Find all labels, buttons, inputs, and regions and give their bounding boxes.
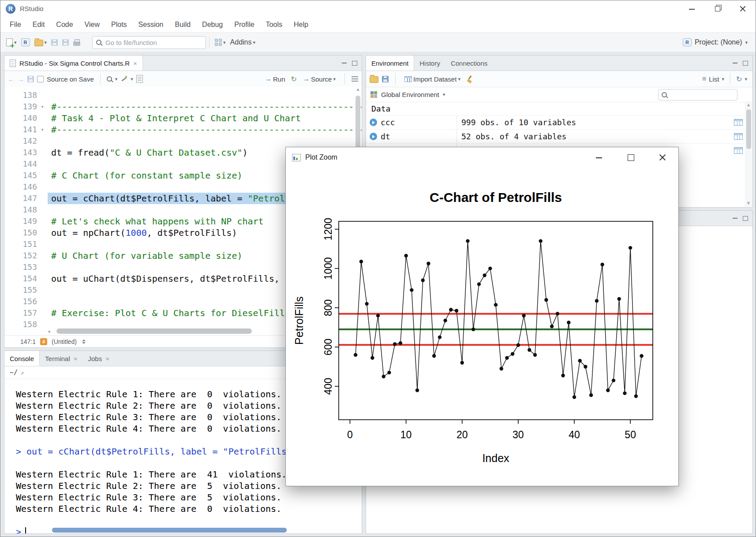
code-line-141[interactable]: 141▾#-----------------------------------… — [4, 124, 362, 135]
plot-zoom-minimize-button[interactable] — [583, 147, 615, 168]
code-line-138[interactable]: 138 — [4, 90, 362, 101]
expand-object-icon[interactable] — [370, 119, 377, 126]
document-title[interactable]: (Untitled) — [52, 338, 77, 345]
compile-report-icon[interactable] — [136, 75, 143, 83]
project-menu-button[interactable]: R Project: (None) ▾ — [683, 38, 752, 46]
print-icon — [73, 41, 80, 46]
console-tab-console[interactable]: Console — [4, 351, 40, 366]
new-project-button[interactable]: R — [19, 35, 32, 49]
goto-file-search[interactable] — [92, 36, 206, 49]
run-button[interactable]: → Run — [262, 72, 288, 86]
expand-object-icon[interactable] — [370, 133, 377, 140]
menu-plots[interactable]: Plots — [105, 17, 133, 32]
open-file-button[interactable]: ▾ — [32, 35, 49, 49]
tab-close-icon[interactable]: × — [105, 355, 109, 362]
print-button[interactable] — [71, 35, 82, 49]
console-tab-label: Terminal — [45, 355, 70, 362]
save-icon — [51, 39, 58, 46]
section-updown-icon[interactable] — [82, 339, 86, 344]
load-workspace-icon[interactable] — [370, 76, 378, 83]
view-data-icon[interactable] — [734, 147, 743, 154]
maximize-pane-icon[interactable] — [352, 61, 357, 66]
source-on-save-checkbox[interactable] — [37, 76, 44, 82]
console-hscrollbar-thumb[interactable] — [52, 528, 287, 533]
line-number: 150 — [4, 227, 37, 239]
clear-workspace-icon[interactable] — [466, 75, 473, 82]
environment-tab-connections[interactable]: Connections — [445, 56, 493, 71]
environment-tab-environment[interactable]: Environment — [366, 56, 414, 71]
scroll-up-icon[interactable]: ▲ — [745, 101, 752, 108]
minimize-pane-icon[interactable] — [733, 63, 737, 63]
save-workspace-icon[interactable] — [382, 76, 389, 82]
menu-edit[interactable]: Edit — [27, 17, 51, 32]
scroll-up-icon[interactable]: ▲ — [355, 87, 361, 92]
menu-view[interactable]: View — [79, 17, 105, 32]
fold-icon[interactable]: ▾ — [37, 101, 48, 112]
global-environment-label[interactable]: Global Environment — [381, 91, 439, 98]
hscrollbar-thumb[interactable] — [56, 328, 252, 334]
environment-tab-history[interactable]: History — [414, 56, 445, 71]
code-line-140[interactable]: 140# Task 4 - Plot & Interpret C Chart a… — [4, 112, 362, 124]
goto-file-input[interactable] — [105, 38, 202, 47]
svg-text:400: 400 — [322, 378, 334, 395]
source-tab[interactable]: RStudio - Six Sigma Control Charts.R × — [4, 56, 143, 71]
environment-row-ccc[interactable]: ccc999 obs. of 10 variables — [366, 115, 752, 129]
new-file-button[interactable]: ▾ — [4, 35, 19, 49]
menu-session[interactable]: Session — [133, 17, 169, 32]
minimize-pane-icon[interactable] — [733, 218, 737, 219]
find-replace-icon[interactable] — [107, 76, 112, 82]
vscrollbar-thumb[interactable] — [356, 96, 360, 153]
fold-spacer — [37, 307, 48, 319]
plot-zoom-titlebar[interactable]: Plot Zoom — [286, 147, 678, 168]
fold-icon[interactable]: ▾ — [37, 124, 48, 135]
window-titlebar[interactable]: R RStudio — [0, 0, 756, 17]
goto-dir-icon[interactable]: ↗ — [20, 369, 24, 376]
code-tools-icon[interactable] — [120, 75, 127, 82]
environment-row-dt[interactable]: dt52 obs. of 4 variables — [366, 129, 752, 143]
window-restore-button[interactable] — [704, 0, 730, 17]
tab-close-icon[interactable]: × — [74, 355, 78, 362]
menu-profile[interactable]: Profile — [228, 17, 260, 32]
refresh-icon[interactable]: ↻ — [736, 75, 742, 83]
plot-zoom-close-button[interactable] — [647, 147, 678, 168]
document-outline-icon[interactable] — [352, 76, 358, 82]
minimize-pane-icon[interactable] — [342, 63, 347, 63]
import-dataset-button[interactable]: Import Dataset ▾ — [402, 72, 463, 86]
menu-debug[interactable]: Debug — [196, 17, 228, 32]
vscrollbar-thumb[interactable] — [746, 109, 751, 149]
maximize-pane-icon[interactable] — [743, 61, 748, 66]
workspace-panes-button[interactable]: ▾ — [213, 35, 228, 49]
scroll-down-icon[interactable]: ▼ — [745, 200, 752, 207]
window-close-button[interactable] — [730, 0, 756, 17]
console-tab-terminal[interactable]: Terminal× — [40, 351, 82, 366]
window-minimize-button[interactable] — [679, 0, 704, 17]
plot-zoom-maximize-button[interactable] — [615, 147, 647, 168]
save-document-icon[interactable] — [27, 76, 34, 82]
tab-close-icon[interactable]: × — [133, 60, 137, 67]
list-view-label[interactable]: List — [709, 75, 719, 83]
code-line-142[interactable]: 142 — [4, 135, 362, 147]
scroll-left-icon[interactable]: ◂ — [48, 328, 50, 334]
nav-back-icon[interactable]: ← — [8, 75, 15, 83]
menu-tools[interactable]: Tools — [260, 17, 288, 32]
code-line-139[interactable]: 139▾#-----------------------------------… — [4, 101, 362, 112]
save-button[interactable] — [49, 35, 60, 49]
addins-button[interactable]: Addins ▾ — [228, 35, 258, 49]
console-output-line: Western Electric Rule 3: There are 5 vio… — [16, 492, 362, 503]
save-all-button[interactable] — [60, 35, 71, 49]
environment-search[interactable] — [658, 89, 737, 101]
source-button[interactable]: → Source ▾ — [300, 72, 338, 86]
menu-build[interactable]: Build — [169, 17, 197, 32]
environment-vscrollbar[interactable]: ▲ ▼ — [745, 101, 752, 207]
menu-file[interactable]: File — [4, 17, 27, 32]
menu-code[interactable]: Code — [50, 17, 79, 32]
maximize-pane-icon[interactable] — [743, 216, 748, 221]
section-nav-icon[interactable]: # — [40, 338, 47, 345]
console-tab-jobs[interactable]: Jobs× — [83, 351, 115, 366]
view-data-icon[interactable] — [734, 133, 743, 140]
view-data-icon[interactable] — [734, 119, 743, 126]
environment-search-input[interactable] — [670, 91, 751, 99]
nav-forward-icon[interactable]: → — [18, 75, 24, 83]
menu-help[interactable]: Help — [288, 17, 314, 32]
rerun-icon[interactable]: ↻ — [291, 75, 297, 83]
